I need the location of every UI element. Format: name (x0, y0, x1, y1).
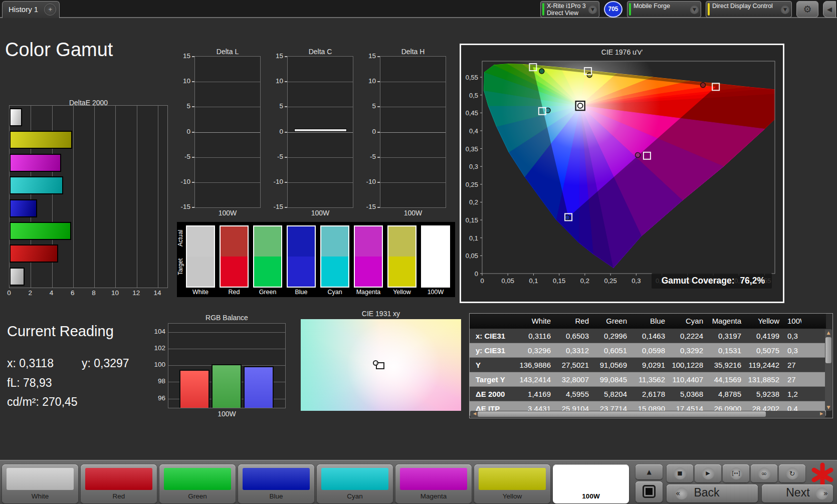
svg-text:0,2: 0,2 (469, 198, 478, 206)
x-tick-label: 2 (29, 289, 33, 297)
continuous-measure-button[interactable]: ∞ (751, 464, 777, 482)
svg-text:0: 0 (475, 270, 478, 278)
current-reading-x: x: 0,3118 (7, 357, 54, 370)
back-label: Back (694, 486, 719, 499)
measured-point-red (701, 83, 706, 88)
cell: 100,1228 (670, 358, 708, 372)
svg-text:0,4: 0,4 (469, 127, 478, 135)
pattern-swatch (321, 468, 388, 490)
collapse-panel-button[interactable]: ◀ (823, 1, 836, 18)
axis-tick (377, 132, 380, 133)
pattern-button-100w[interactable]: 100W (553, 464, 629, 503)
pattern-label: Red (81, 492, 157, 500)
gridline (380, 107, 446, 107)
cell: 32,8007 (556, 372, 594, 386)
pattern-button-green[interactable]: Green (159, 464, 236, 503)
pattern-button-yellow[interactable]: Yellow (474, 464, 550, 503)
meter-dropdown[interactable]: X-Rite i1Pro 3 Direct View ▼ (540, 1, 599, 18)
stop-button[interactable]: ■ (667, 464, 693, 482)
pattern-label: Cyan (317, 492, 393, 500)
gridline (168, 349, 285, 349)
delta-chart-delta-l (194, 56, 261, 208)
scroll-left-icon[interactable]: ◀ (471, 411, 478, 416)
cell: 2,6178 (632, 387, 670, 401)
play-button[interactable]: ▶ (695, 464, 721, 482)
y-tick-label: -10 (361, 178, 376, 185)
measure-series-button[interactable]: [↔] (723, 464, 749, 482)
y-tick-label: -10 (268, 178, 283, 185)
display-control-dropdown[interactable]: Direct Display Control ▼ (706, 1, 792, 18)
delta-x-label: 100W (287, 209, 353, 217)
deltae-bar-yellow (10, 131, 72, 149)
gamut-coverage-label: Gamut Coverage: (662, 276, 735, 286)
pattern-window-button[interactable] (636, 481, 663, 502)
cie-1976-title: CIE 1976 u'v' (461, 48, 783, 56)
cell: 0,3292 (670, 343, 708, 357)
scroll-up-icon[interactable]: ▲ (825, 330, 832, 335)
pattern-button-red[interactable]: Red (81, 464, 157, 503)
pattern-button-magenta[interactable]: Magenta (395, 464, 472, 503)
axis-tick (285, 132, 287, 133)
refresh-icon: ↻ (786, 467, 798, 479)
refresh-button[interactable]: ↻ (779, 464, 805, 482)
table-horizontal-scrollbar[interactable]: ◀ ▶ (470, 411, 825, 417)
gridline (158, 106, 158, 288)
settings-gear-button[interactable]: ⚙ (796, 1, 818, 18)
pattern-button-cyan[interactable]: Cyan (317, 464, 393, 503)
tab-history-1[interactable]: History 1 (3, 2, 44, 18)
target-swatch (422, 257, 449, 287)
swatch-column-blue (287, 225, 316, 288)
pattern-swatch (85, 468, 152, 490)
add-tab-button[interactable]: + (44, 4, 56, 16)
svg-text:0: 0 (480, 277, 484, 285)
y-tick-label: 15 (175, 52, 190, 60)
scroll-down-icon[interactable]: ▼ (825, 405, 832, 410)
gridline (195, 82, 260, 82)
svg-text:0,15: 0,15 (466, 216, 478, 224)
pattern-button-white[interactable]: White (2, 464, 78, 503)
deltae2000-x-axis: 02468101214 (9, 289, 168, 297)
actual-swatch (422, 226, 449, 257)
cell: 0,2996 (594, 329, 632, 343)
swatch-label: Blue (287, 289, 316, 296)
y-tick-label: 10 (175, 77, 190, 85)
axis-tick (285, 106, 287, 107)
delta-chart-delta-c (287, 56, 353, 208)
actual-target-swatch-panel: ActualTargetWhiteRedGreenBlueCyanMagenta… (177, 222, 455, 297)
y-tick-label: 15 (268, 52, 283, 60)
svg-text:0,25: 0,25 (604, 277, 616, 285)
chevron-down-icon: ▼ (690, 6, 699, 14)
cell: 27 (784, 358, 801, 372)
scroll-right-icon[interactable]: ▶ (818, 411, 825, 416)
gridline (73, 106, 74, 288)
pattern-button-blue[interactable]: Blue (238, 464, 314, 503)
source-dropdown[interactable]: Mobile Forge ▼ (627, 1, 701, 18)
axis-tick (192, 157, 194, 158)
target-swatch (288, 257, 315, 287)
pattern-label: Green (159, 492, 236, 500)
display-control-status-accent (708, 3, 710, 16)
cell: 35,9216 (708, 358, 746, 372)
next-button[interactable]: Next » (762, 484, 833, 502)
meter-name: X-Rite i1Pro 3 (547, 3, 588, 10)
stop-icon: ■ (674, 467, 686, 479)
axis-tick (377, 81, 380, 82)
svg-text:0,45: 0,45 (466, 109, 478, 117)
cell: 44,1569 (708, 372, 746, 386)
pattern-swatch (479, 468, 546, 490)
back-button[interactable]: « Back (667, 484, 758, 502)
measuring-indicator-icon (811, 462, 834, 487)
cell: 131,8852 (746, 372, 784, 386)
pattern-window-up-button[interactable]: ▲ (636, 464, 663, 479)
vertical-scroll-thumb[interactable] (825, 337, 831, 363)
svg-text:0,2: 0,2 (580, 277, 589, 285)
cell: 0,6051 (594, 343, 632, 357)
table-vertical-scrollbar[interactable]: ▲ ▼ (825, 329, 832, 411)
table-row: ΔE 20001,41694,59555,82042,61785,03684,8… (470, 387, 826, 401)
tab-group: History 1 + (2, 1, 60, 18)
cell: 0,6503 (556, 329, 594, 343)
gridline (137, 106, 137, 288)
horizontal-scroll-thumb[interactable] (478, 411, 766, 417)
axis-tick (377, 182, 380, 183)
source-status-accent (629, 3, 631, 16)
